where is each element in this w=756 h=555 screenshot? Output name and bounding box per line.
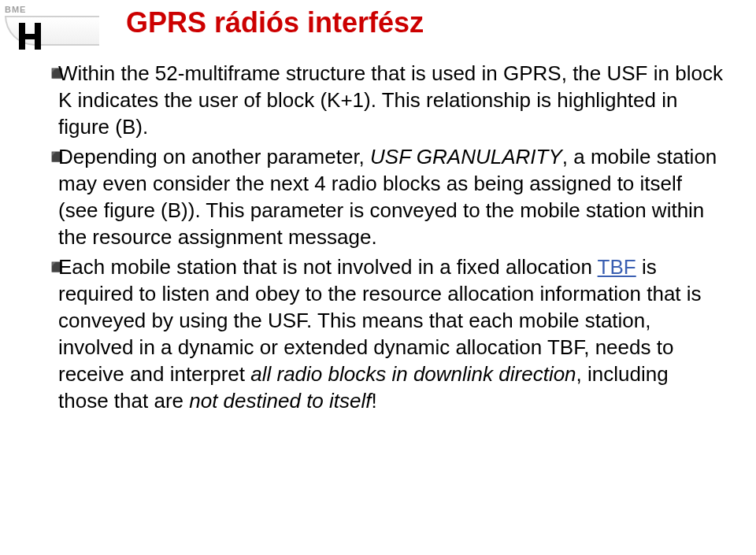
bullet-marker-icon: ◾ (44, 253, 58, 280)
logo-swoosh (5, 16, 99, 46)
bullet-text: Within the 52-multiframe structure that … (58, 60, 723, 140)
bullet-text: Depending on another parameter, USF GRAN… (58, 143, 723, 250)
bullet-item: ◾ Within the 52-multiframe structure tha… (44, 60, 723, 140)
org-logo: BME (5, 5, 99, 52)
org-abbrev: BME (5, 5, 26, 14)
text-run-link: TBF (598, 255, 636, 279)
bullet-text: Each mobile station that is not involved… (58, 253, 723, 414)
slide: BME GPRS rádiós interfész ◾ Within the 5… (0, 0, 756, 555)
text-run: Within the 52-multiframe structure that … (58, 61, 723, 139)
bullet-marker-icon: ◾ (44, 60, 58, 87)
bullet-item: ◾ Each mobile station that is not involv… (44, 253, 723, 414)
text-run-italic: not destined to itself (189, 389, 371, 413)
slide-title: GPRS rádiós interfész (126, 6, 424, 39)
logo-h-icon (14, 21, 46, 53)
text-run: ! (372, 389, 377, 413)
bullet-marker-icon: ◾ (44, 143, 58, 170)
bullet-item: ◾ Depending on another parameter, USF GR… (44, 143, 723, 250)
text-run-italic: USF GRANULARITY (370, 145, 562, 168)
text-run: Each mobile station that is not involved… (58, 255, 598, 279)
content-area: ◾ Within the 52-multiframe structure tha… (44, 60, 723, 417)
text-run-italic: all radio blocks in downlink direction (250, 362, 576, 386)
text-run: Depending on another parameter, (58, 145, 370, 168)
